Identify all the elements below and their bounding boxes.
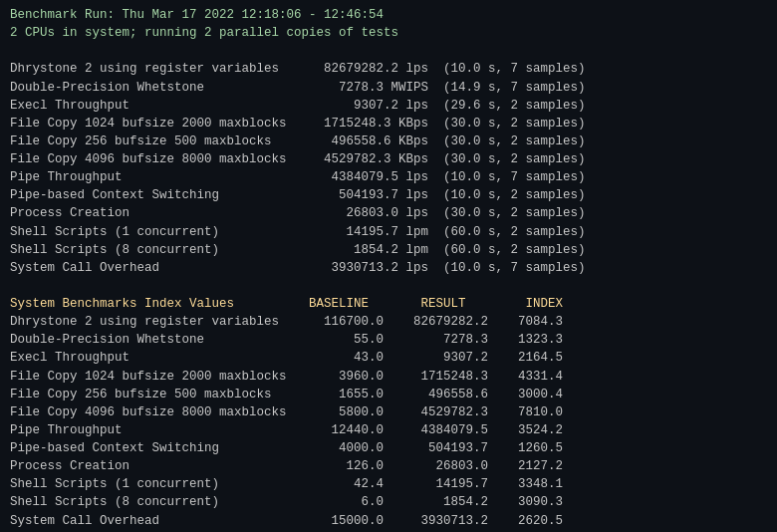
index-header: System Benchmarks Index Values BASELINE … xyxy=(10,295,767,313)
benchmark-row: File Copy 1024 bufsize 2000 maxblocks 17… xyxy=(10,115,767,133)
index-row: File Copy 1024 bufsize 2000 maxblocks 39… xyxy=(10,368,767,386)
index-row: System Call Overhead 15000.0 3930713.2 2… xyxy=(10,512,767,530)
index-rows: Dhrystone 2 using register variables 116… xyxy=(10,313,767,530)
benchmark-row: Shell Scripts (8 concurrent) 1854.2 lpm … xyxy=(10,241,767,259)
benchmark-row: Double-Precision Whetstone 7278.3 MWIPS … xyxy=(10,79,767,97)
index-row: File Copy 4096 bufsize 8000 maxblocks 58… xyxy=(10,403,767,421)
benchmark-row: Execl Throughput 9307.2 lps (29.6 s, 2 s… xyxy=(10,97,767,115)
index-row: Dhrystone 2 using register variables 116… xyxy=(10,313,767,331)
index-row: Shell Scripts (8 concurrent) 6.0 1854.2 … xyxy=(10,493,767,511)
benchmark-row: Shell Scripts (1 concurrent) 14195.7 lpm… xyxy=(10,223,767,241)
benchmark-row: Pipe-based Context Switching 504193.7 lp… xyxy=(10,186,767,204)
terminal: Benchmark Run: Thu Mar 17 2022 12:18:06 … xyxy=(0,0,777,532)
benchmark-row: Dhrystone 2 using register variables 826… xyxy=(10,60,767,78)
index-row: Pipe Throughput 12440.0 4384079.5 3524.2 xyxy=(10,421,767,439)
benchmark-rows: Dhrystone 2 using register variables 826… xyxy=(10,60,767,277)
index-row: Execl Throughput 43.0 9307.2 2164.5 xyxy=(10,349,767,367)
index-row: Double-Precision Whetstone 55.0 7278.3 1… xyxy=(10,331,767,349)
index-row: Process Creation 126.0 26803.0 2127.2 xyxy=(10,457,767,475)
index-row: File Copy 256 bufsize 500 maxblocks 1655… xyxy=(10,386,767,403)
spacer1 xyxy=(10,42,767,60)
benchmark-row: Process Creation 26803.0 lps (30.0 s, 2 … xyxy=(10,204,767,222)
index-row: Shell Scripts (1 concurrent) 42.4 14195.… xyxy=(10,475,767,493)
index-row: Pipe-based Context Switching 4000.0 5041… xyxy=(10,439,767,457)
spacer2 xyxy=(10,277,767,295)
benchmark-header-line1: Benchmark Run: Thu Mar 17 2022 12:18:06 … xyxy=(10,6,767,24)
benchmark-header-line2: 2 CPUs in system; running 2 parallel cop… xyxy=(10,24,767,42)
benchmark-row: File Copy 4096 bufsize 8000 maxblocks 45… xyxy=(10,150,767,168)
benchmark-row: File Copy 256 bufsize 500 maxblocks 4965… xyxy=(10,133,767,150)
benchmark-row: Pipe Throughput 4384079.5 lps (10.0 s, 7… xyxy=(10,168,767,186)
benchmark-row: System Call Overhead 3930713.2 lps (10.0… xyxy=(10,259,767,277)
